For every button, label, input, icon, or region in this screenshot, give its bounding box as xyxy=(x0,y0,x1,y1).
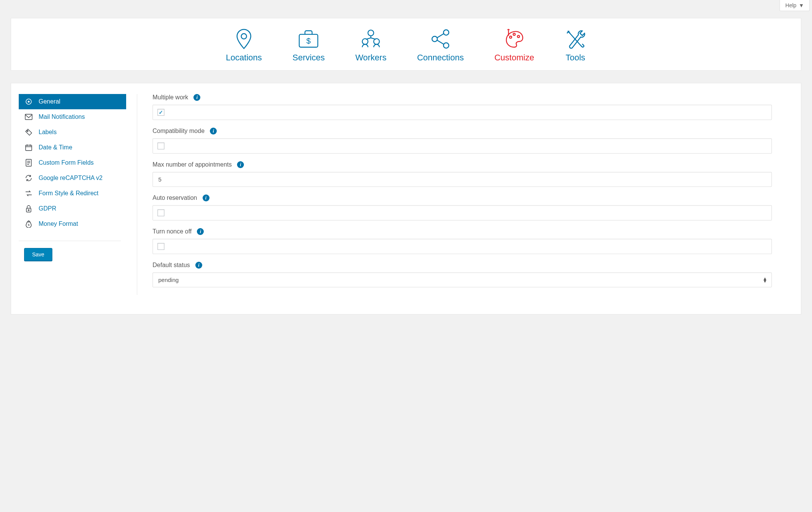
sidebar-item-label: General xyxy=(39,98,60,105)
tab-label: Locations xyxy=(226,53,262,63)
workers-icon xyxy=(360,28,382,50)
turn-nonce-off-checkbox[interactable] xyxy=(158,243,164,250)
sidebar-item-mail[interactable]: Mail Notifications xyxy=(19,109,126,125)
sidebar-item-recaptcha[interactable]: Google reCAPTCHA v2 xyxy=(19,170,126,186)
tab-label: Workers xyxy=(355,53,387,63)
tab-label: Services xyxy=(292,53,325,63)
field-auto-reservation: Auto reservation i xyxy=(153,194,772,220)
max-appointments-input[interactable] xyxy=(153,172,772,187)
palette-icon xyxy=(503,28,525,50)
tab-customize[interactable]: Customize xyxy=(494,28,534,63)
document-icon xyxy=(25,159,32,167)
sidebar-item-label: Date & Time xyxy=(39,144,72,151)
compatibility-mode-checkbox[interactable] xyxy=(158,143,164,149)
briefcase-dollar-icon: $ xyxy=(298,28,319,50)
top-tabs: Locations $ Services Workers xyxy=(11,18,801,71)
field-label-text: Compatibility mode xyxy=(153,128,205,134)
svg-point-7 xyxy=(432,36,437,42)
tab-workers[interactable]: Workers xyxy=(355,28,387,63)
location-pin-icon xyxy=(233,28,255,50)
money-bag-icon: $ xyxy=(25,220,32,228)
sidebar-item-label: Money Format xyxy=(39,220,78,227)
arrows-icon xyxy=(25,190,32,197)
sidebar-item-label: Mail Notifications xyxy=(39,113,85,120)
field-label-text: Turn nonce off xyxy=(153,228,192,235)
svg-point-0 xyxy=(241,34,247,39)
sidebar-item-label: Form Style & Redirect xyxy=(39,190,98,197)
info-icon[interactable]: i xyxy=(210,128,217,134)
svg-rect-18 xyxy=(26,208,31,212)
sidebar-item-money[interactable]: $ Money Format xyxy=(19,216,126,232)
info-icon[interactable]: i xyxy=(193,94,200,101)
auto-reservation-checkbox[interactable] xyxy=(158,209,164,216)
chevron-down-icon: ▼ xyxy=(799,2,804,8)
default-status-select[interactable]: pending xyxy=(153,272,772,287)
info-icon[interactable]: i xyxy=(195,262,202,269)
save-button[interactable]: Save xyxy=(24,248,52,261)
svg-point-13 xyxy=(28,101,30,103)
tab-label: Tools xyxy=(565,53,586,63)
sidebar-item-customfields[interactable]: Custom Form Fields xyxy=(19,155,126,170)
field-default-status: Default status i pending ▲▼ xyxy=(153,262,772,287)
sidebar-item-labels[interactable]: Labels xyxy=(19,125,126,140)
sidebar-nav: General Mail Notifications Labels Date &… xyxy=(19,94,126,232)
tab-locations[interactable]: Locations xyxy=(226,28,262,63)
svg-point-11 xyxy=(518,36,520,38)
lock-icon xyxy=(25,205,32,212)
help-label: Help xyxy=(785,2,796,8)
tag-icon xyxy=(25,128,32,136)
sidebar-item-label: Labels xyxy=(39,129,57,136)
field-turn-nonce-off: Turn nonce off i xyxy=(153,228,772,254)
info-icon[interactable]: i xyxy=(197,228,204,235)
divider xyxy=(19,241,121,241)
refresh-icon xyxy=(25,174,32,182)
svg-point-3 xyxy=(368,30,374,36)
tab-label: Connections xyxy=(417,53,464,63)
sidebar-item-gdpr[interactable]: GDPR xyxy=(19,201,126,216)
calendar-icon xyxy=(25,144,32,151)
svg-text:$: $ xyxy=(28,223,30,227)
field-label-text: Max number of appointments xyxy=(153,161,232,168)
tab-services[interactable]: $ Services xyxy=(292,28,325,63)
field-compatibility-mode: Compatibility mode i xyxy=(153,128,772,154)
svg-point-9 xyxy=(510,36,512,39)
svg-point-19 xyxy=(28,210,29,211)
sidebar-item-label: GDPR xyxy=(39,205,56,212)
multiple-work-checkbox[interactable] xyxy=(158,109,164,116)
share-icon xyxy=(430,28,451,50)
tab-label: Customize xyxy=(494,53,534,63)
svg-text:$: $ xyxy=(307,36,311,45)
radio-dot-icon xyxy=(25,98,32,105)
sidebar-item-label: Custom Form Fields xyxy=(39,159,94,166)
sidebar-item-formstyle[interactable]: Form Style & Redirect xyxy=(19,186,126,201)
help-button[interactable]: Help ▼ xyxy=(780,0,810,11)
field-label-text: Default status xyxy=(153,262,190,269)
svg-point-15 xyxy=(27,131,28,132)
svg-point-5 xyxy=(374,39,380,44)
info-icon[interactable]: i xyxy=(203,194,209,201)
svg-point-10 xyxy=(513,33,515,36)
tab-connections[interactable]: Connections xyxy=(417,28,464,63)
sidebar-item-datetime[interactable]: Date & Time xyxy=(19,140,126,155)
svg-rect-14 xyxy=(25,114,32,120)
tools-icon xyxy=(565,28,586,50)
settings-panel: General Mail Notifications Labels Date &… xyxy=(11,83,801,314)
envelope-icon xyxy=(25,113,32,121)
info-icon[interactable]: i xyxy=(237,161,244,168)
sidebar-item-label: Google reCAPTCHA v2 xyxy=(39,175,102,181)
tab-tools[interactable]: Tools xyxy=(565,28,586,63)
field-label-text: Multiple work xyxy=(153,94,188,101)
sidebar-item-general[interactable]: General xyxy=(19,94,126,109)
svg-point-4 xyxy=(362,39,368,44)
form-area: Multiple work i Compatibility mode i Max… xyxy=(137,94,787,295)
field-multiple-work: Multiple work i xyxy=(153,94,772,120)
field-label-text: Auto reservation xyxy=(153,194,197,201)
svg-rect-16 xyxy=(26,145,32,151)
svg-point-6 xyxy=(443,30,449,35)
field-max-appointments: Max number of appointments i xyxy=(153,161,772,187)
svg-point-8 xyxy=(443,43,449,48)
